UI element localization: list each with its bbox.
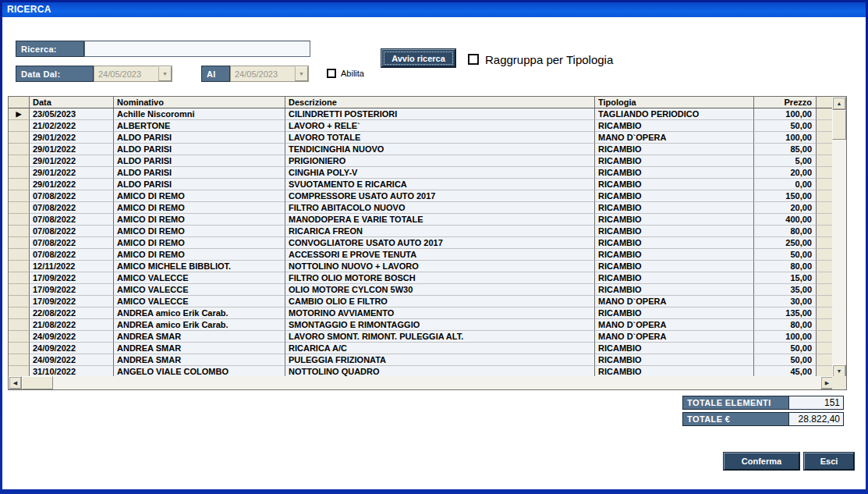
cell-nominativo[interactable]: ALBERTONE: [114, 120, 285, 132]
cell-prezzo[interactable]: 150,00: [754, 190, 817, 202]
cell-data[interactable]: 29/01/2022: [30, 155, 114, 167]
table-row[interactable]: 29/01/2022 ALDO PARISI TENDICINGHIA NUOV…: [9, 144, 834, 155]
cell-data[interactable]: 21/08/2022: [30, 319, 114, 331]
cell-prezzo[interactable]: 400,00: [754, 214, 817, 226]
cell-tipologia[interactable]: TAGLIANDO PERIODICO: [595, 108, 754, 120]
start-search-button[interactable]: Avvio ricerca: [381, 49, 455, 67]
row-selector-cell[interactable]: [9, 261, 30, 272]
cell-descrizione[interactable]: PRIGIONIERO: [285, 155, 595, 167]
row-selector-cell[interactable]: [9, 226, 30, 237]
cell-tipologia[interactable]: RICAMBIO: [595, 343, 754, 354]
table-row[interactable]: 17/09/2022 AMICO VALECCE OLIO MOTORE CYL…: [9, 284, 834, 296]
cell-tipologia[interactable]: RICAMBIO: [595, 307, 754, 319]
cell-tipologia[interactable]: RICAMBIO: [595, 167, 754, 179]
table-row[interactable]: 17/09/2022 AMICO VALECCE CAMBIO OLIO E F…: [9, 296, 834, 307]
date-to-combo[interactable]: 24/05/2023 ▼: [230, 66, 309, 82]
table-row[interactable]: 22/08/2022 ANDREA amico Erik Carab. MOTO…: [9, 307, 834, 319]
cell-nominativo[interactable]: AMICO VALECCE: [114, 296, 285, 307]
table-row[interactable]: 24/09/2022 ANDREA SMAR PULEGGIA FRIZIONA…: [9, 354, 834, 366]
grid-header-data[interactable]: Data: [30, 97, 114, 108]
row-selector-cell[interactable]: [9, 307, 30, 319]
cell-descrizione[interactable]: RICARICA FREON: [285, 226, 595, 237]
table-row[interactable]: ▶ 23/05/2023 Achille Niscoromni CILINDRE…: [9, 108, 834, 120]
cell-tipologia[interactable]: RICAMBIO: [595, 237, 754, 249]
row-selector-cell[interactable]: [9, 132, 30, 144]
row-selector-cell[interactable]: [9, 354, 30, 366]
cell-prezzo[interactable]: 5,00: [754, 155, 817, 167]
table-row[interactable]: 24/09/2022 ANDREA SMAR LAVORO SMONT. RIM…: [9, 331, 834, 343]
row-selector-cell[interactable]: [9, 272, 30, 284]
row-selector-cell[interactable]: [9, 249, 30, 261]
cell-tipologia[interactable]: MANO D`OPERA: [595, 331, 754, 343]
enable-dates-checkbox[interactable]: [327, 69, 336, 78]
cell-nominativo[interactable]: AMICO DI REMO: [114, 226, 285, 237]
cell-tipologia[interactable]: RICAMBIO: [595, 179, 754, 190]
cell-prezzo[interactable]: 20,00: [754, 167, 817, 179]
cell-descrizione[interactable]: LAVORO TOTALE: [285, 132, 595, 144]
confirm-button[interactable]: Conferma: [724, 453, 799, 470]
cell-data[interactable]: 29/01/2022: [30, 144, 114, 155]
cell-descrizione[interactable]: CILINDRETTI POSTERIORI: [285, 108, 595, 120]
cell-descrizione[interactable]: FILTRO ABITACOLO NUOVO: [285, 202, 595, 214]
cell-prezzo[interactable]: 50,00: [754, 343, 817, 354]
cell-descrizione[interactable]: FILTRO OLIO MOTORE BOSCH: [285, 272, 595, 284]
grid-header-tipologia[interactable]: Tipologia: [595, 97, 754, 108]
cell-data[interactable]: 07/08/2022: [30, 237, 114, 249]
date-to-dropdown-icon[interactable]: ▼: [295, 66, 308, 81]
cell-data[interactable]: 17/09/2022: [30, 296, 114, 307]
cell-prezzo[interactable]: 100,00: [754, 331, 817, 343]
row-selector-cell[interactable]: [9, 331, 30, 343]
cell-tipologia[interactable]: MANO D`OPERA: [595, 132, 754, 144]
cell-nominativo[interactable]: ALDO PARISI: [114, 132, 285, 144]
cell-data[interactable]: 17/09/2022: [30, 272, 114, 284]
cell-tipologia[interactable]: RICAMBIO: [595, 249, 754, 261]
cell-nominativo[interactable]: ALDO PARISI: [114, 155, 285, 167]
table-row[interactable]: 21/08/2022 ANDREA amico Erik Carab. SMON…: [9, 319, 834, 331]
cell-descrizione[interactable]: NOTTOLINO NUOVO + LAVORO: [285, 261, 595, 272]
cell-data[interactable]: 29/01/2022: [30, 167, 114, 179]
cell-nominativo[interactable]: ALDO PARISI: [114, 144, 285, 155]
horizontal-scroll-thumb[interactable]: [22, 376, 53, 389]
table-row[interactable]: 29/01/2022 ALDO PARISI SVUOTAMENTO E RIC…: [9, 179, 834, 190]
table-row[interactable]: 17/09/2022 AMICO VALECCE FILTRO OLIO MOT…: [9, 272, 834, 284]
cell-prezzo[interactable]: 0,00: [754, 179, 817, 190]
cell-descrizione[interactable]: CAMBIO OLIO E FILTRO: [285, 296, 595, 307]
cell-data[interactable]: 07/08/2022: [30, 226, 114, 237]
row-selector-cell[interactable]: [9, 144, 30, 155]
table-row[interactable]: 07/08/2022 AMICO DI REMO FILTRO ABITACOL…: [9, 202, 834, 214]
table-row[interactable]: 07/08/2022 AMICO DI REMO CONVOGLIATORE U…: [9, 237, 834, 249]
cell-descrizione[interactable]: TENDICINGHIA NUOVO: [285, 144, 595, 155]
cell-tipologia[interactable]: RICAMBIO: [595, 261, 754, 272]
cell-descrizione[interactable]: ACCESSORI E PROVE TENUTA: [285, 249, 595, 261]
cell-tipologia[interactable]: RICAMBIO: [595, 284, 754, 296]
cell-nominativo[interactable]: AMICO MICHELE BIBBLIOT.: [114, 261, 285, 272]
row-selector-cell[interactable]: [9, 155, 30, 167]
cell-descrizione[interactable]: SMONTAGGIO E RIMONTAGGIO: [285, 319, 595, 331]
grid-header-descrizione[interactable]: Descrizione: [285, 97, 595, 108]
cell-tipologia[interactable]: RICAMBIO: [595, 214, 754, 226]
table-row[interactable]: 29/01/2022 ALDO PARISI CINGHIA POLY-V RI…: [9, 167, 834, 179]
row-selector-cell[interactable]: [9, 214, 30, 226]
table-row[interactable]: 07/08/2022 AMICO DI REMO ACCESSORI E PRO…: [9, 249, 834, 261]
cell-nominativo[interactable]: AMICO DI REMO: [114, 249, 285, 261]
cell-descrizione[interactable]: PULEGGIA FRIZIONATA: [285, 354, 595, 366]
cell-data[interactable]: 29/01/2022: [30, 179, 114, 190]
cell-nominativo[interactable]: AMICO DI REMO: [114, 202, 285, 214]
grid-header-nominativo[interactable]: Nominativo: [114, 97, 285, 108]
cell-nominativo[interactable]: ALDO PARISI: [114, 179, 285, 190]
group-by-type-checkbox[interactable]: [468, 54, 479, 65]
cell-descrizione[interactable]: COMPRESSORE USATO AUTO 2017: [285, 190, 595, 202]
cell-prezzo[interactable]: 50,00: [754, 120, 817, 132]
scroll-left-icon[interactable]: ◀: [9, 376, 22, 389]
row-selector-cell[interactable]: [9, 343, 30, 354]
cell-data[interactable]: 07/08/2022: [30, 190, 114, 202]
cell-nominativo[interactable]: ANDREA amico Erik Carab.: [114, 307, 285, 319]
table-row[interactable]: 29/01/2022 ALDO PARISI LAVORO TOTALE MAN…: [9, 132, 834, 144]
cell-nominativo[interactable]: ANDREA SMAR: [114, 354, 285, 366]
table-row[interactable]: 29/01/2022 ALDO PARISI PRIGIONIERO RICAM…: [9, 155, 834, 167]
table-row[interactable]: 12/11/2022 AMICO MICHELE BIBBLIOT. NOTTO…: [9, 261, 834, 272]
cell-prezzo[interactable]: 35,00: [754, 284, 817, 296]
cell-data[interactable]: 17/09/2022: [30, 284, 114, 296]
cell-nominativo[interactable]: AMICO DI REMO: [114, 237, 285, 249]
cell-prezzo[interactable]: 30,00: [754, 296, 817, 307]
